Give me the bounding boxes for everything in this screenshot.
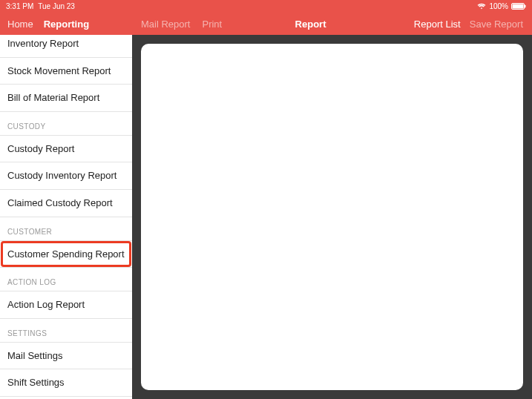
- svg-rect-2: [525, 5, 526, 8]
- main-area: Mail Report Print Report Report List Sav…: [132, 13, 532, 399]
- list-item-label: Bill of Material Report: [7, 92, 99, 103]
- battery-icon: [511, 3, 526, 10]
- list-item-label: Shift Settings: [7, 377, 65, 388]
- list-item-bill-of-material-report[interactable]: Bill of Material Report: [0, 85, 132, 112]
- wifi-icon: [477, 3, 486, 10]
- report-canvas-wrap: [132, 35, 532, 399]
- list-item-label: Action Log Report: [7, 299, 85, 310]
- list-item-label: Claimed Custody Report: [7, 197, 113, 208]
- list-item-custody-report[interactable]: Custody Report: [0, 136, 132, 163]
- mail-report-button[interactable]: Mail Report: [141, 19, 190, 30]
- sidebar: Home Reporting Inventory Report Stock Mo…: [0, 13, 132, 399]
- list-item-label: Inventory Report: [7, 38, 79, 49]
- list-item-shift-settings[interactable]: Shift Settings: [0, 369, 132, 397]
- status-time: 3:31 PM: [6, 2, 33, 10]
- sidebar-title: Reporting: [44, 19, 89, 30]
- list-item-action-log-report[interactable]: Action Log Report: [0, 291, 132, 319]
- list-item-label: Stock Movement Report: [7, 65, 111, 76]
- list-item-customer-spending-report[interactable]: Customer Spending Report: [0, 241, 132, 268]
- section-header-customer: CUSTOMER: [0, 217, 132, 241]
- status-bar: 3:31 PM Tue Jun 23 100%: [0, 0, 532, 13]
- status-date: Tue Jun 23: [38, 2, 75, 10]
- battery-percentage: 100%: [489, 2, 508, 10]
- list-item-inventory-report[interactable]: Inventory Report: [0, 35, 132, 58]
- sidebar-header: Home Reporting: [0, 13, 132, 35]
- list-item-label: Custody Report: [7, 143, 74, 154]
- list-item-label: Custody Inventory Report: [7, 170, 116, 181]
- list-item-custody-inventory-report[interactable]: Custody Inventory Report: [0, 162, 132, 190]
- list-item-mail-settings[interactable]: Mail Settings: [0, 343, 132, 370]
- svg-rect-1: [513, 4, 524, 9]
- section-header-settings: SETTINGS: [0, 319, 132, 343]
- main-header: Mail Report Print Report Report List Sav…: [132, 13, 532, 35]
- section-header-action-log: ACTION LOG: [0, 268, 132, 291]
- home-button[interactable]: Home: [7, 19, 33, 30]
- section-header-custody: CUSTODY: [0, 112, 132, 136]
- list-item-stock-movement-report[interactable]: Stock Movement Report: [0, 58, 132, 85]
- sidebar-list: Inventory Report Stock Movement Report B…: [0, 35, 132, 399]
- list-item-label: Mail Settings: [7, 350, 62, 361]
- save-report-button[interactable]: Save Report: [470, 19, 523, 30]
- page-title: Report: [207, 19, 414, 30]
- list-item-label: Customer Spending Report: [7, 248, 125, 260]
- report-list-button[interactable]: Report List: [414, 19, 461, 30]
- list-item-claimed-custody-report[interactable]: Claimed Custody Report: [0, 190, 132, 217]
- report-canvas: [141, 44, 523, 390]
